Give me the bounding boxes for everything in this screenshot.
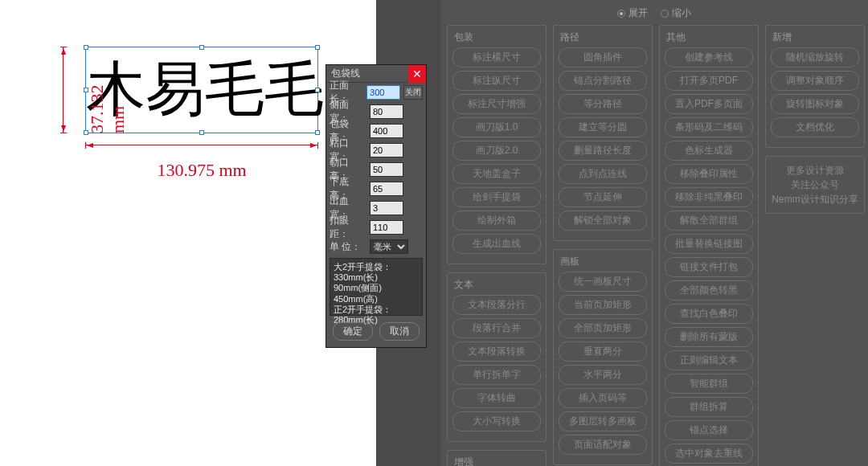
front-length-input[interactable] <box>366 85 400 100</box>
group-enhance: 增强查找专色两者换位选择导出-PSD导出jpg选择导出jpg选择增强随机填色 <box>447 450 547 466</box>
plugin-action-button[interactable]: 调整对象顺序 <box>771 71 859 91</box>
plugin-action-button[interactable]: 标注纵尺寸 <box>452 71 541 91</box>
plugin-panel: 展开 缩小 包装标注横尺寸标注纵尺寸标注尺寸增强画刀版1.0画刀版2.0天地盖盒… <box>440 0 868 466</box>
strap-height-input[interactable] <box>370 162 403 177</box>
plugin-action-button[interactable]: 条形码及二维码 <box>665 117 753 137</box>
plugin-action-button[interactable]: 圆角插件 <box>559 47 647 67</box>
group-path: 路径圆角插件锚点分割路径等分路径建立等分圆删量路径长度点到点连线节点延伸解锁全部… <box>553 25 653 241</box>
plugin-action-button[interactable]: 大小写转换 <box>452 411 541 431</box>
resize-handle[interactable] <box>315 130 320 135</box>
plugin-action-button[interactable]: 文本段落分行 <box>452 295 541 315</box>
expand-radio[interactable]: 展开 <box>617 6 648 20</box>
group-packaging: 包装标注横尺寸标注纵尺寸标注尺寸增强画刀版1.0画刀版2.0天地盖盒子给剑手提袋… <box>447 25 547 264</box>
group-other: 其他创建参考线打开多页PDF置入PDF多页面条形码及二维码色标生成器移除叠印属性… <box>659 25 759 466</box>
plugin-action-button[interactable]: 生成出血线 <box>452 234 541 254</box>
plugin-action-button[interactable]: 创建参考线 <box>665 47 753 67</box>
plugin-action-button[interactable]: 当前页加矩形 <box>559 295 647 315</box>
plugin-action-button[interactable]: 全部颜色转黑 <box>665 280 753 300</box>
plugin-action-button[interactable]: 统一画板尺寸 <box>559 272 647 292</box>
plugin-action-button[interactable]: 删除所有蒙版 <box>665 327 753 347</box>
plugin-action-button[interactable]: 标注尺寸增强 <box>452 94 541 114</box>
plugin-action-button[interactable]: 批量替换链接图 <box>665 234 753 254</box>
plugin-action-button[interactable]: 字体转曲 <box>452 388 541 408</box>
plugin-action-button[interactable]: 段落行合并 <box>452 318 541 338</box>
hole-distance-input[interactable] <box>370 220 403 235</box>
plugin-action-button[interactable]: 文本段落转换 <box>452 341 541 362</box>
plugin-action-button[interactable]: 建立等分圆 <box>559 117 647 137</box>
canvas-area: 木易毛毛 37.132 mm 130.975 mm <box>0 0 376 466</box>
plugin-action-button[interactable]: 页面适配对象 <box>559 435 647 455</box>
plugin-action-button[interactable]: 绘制外箱 <box>452 211 541 231</box>
plugin-action-button[interactable]: 链接文件打包 <box>665 257 753 277</box>
plugin-action-button[interactable]: 天地盖盒子 <box>452 164 541 184</box>
group-text: 文本文本段落分行段落行合并文本段落转换单行拆单字字体转曲大小写转换 <box>447 272 547 442</box>
resize-handle[interactable] <box>199 45 204 50</box>
plugin-action-button[interactable]: 色标生成器 <box>665 141 753 161</box>
field-label: 扣眼距： <box>330 214 366 241</box>
side-width-input[interactable] <box>370 104 403 119</box>
plugin-action-button[interactable]: 打开多页PDF <box>665 71 753 91</box>
panel-col-1: 包装标注横尺寸标注纵尺寸标注尺寸增强画刀版1.0画刀版2.0天地盖盒子给剑手提袋… <box>447 25 547 466</box>
plugin-action-button[interactable]: 删量路径长度 <box>559 141 647 161</box>
resize-handle[interactable] <box>84 45 88 50</box>
dialog-info-box: 大2开手提袋： 330mm(长) 90mm(侧面) 450mm(高) 正2开手提… <box>330 258 423 316</box>
plugin-action-button[interactable]: 旋转图标对象 <box>771 94 859 114</box>
group-title: 包装 <box>452 31 541 44</box>
group-title: 画板 <box>559 255 647 268</box>
plugin-action-button[interactable]: 群组拆算 <box>665 397 753 417</box>
bag-line-dialog: 包袋线 ✕ 正面长： 关闭 侧面宽： 包袋高： 粘口宽： 勒口高： 下底高： 出… <box>326 64 427 348</box>
group-newadd: 新增随机缩放旋转调整对象顺序旋转图标对象文档优化 <box>765 25 865 148</box>
plugin-action-button[interactable]: 锚点选择 <box>665 420 753 440</box>
plugin-action-button[interactable]: 垂直两分 <box>559 341 647 362</box>
plugin-action-button[interactable]: 给剑手提袋 <box>452 187 541 207</box>
plugin-action-button[interactable]: 解散全部群组 <box>665 211 753 231</box>
plugin-action-button[interactable]: 水平两分 <box>559 365 647 385</box>
group-title: 文本 <box>452 278 541 292</box>
group-title: 其他 <box>665 31 753 44</box>
plugin-action-button[interactable]: 插入页码等 <box>559 388 647 408</box>
plugin-action-button[interactable]: 智能群组 <box>665 374 753 394</box>
plugin-action-button[interactable]: 选中对象去重线 <box>665 444 753 464</box>
plugin-action-button[interactable]: 标注横尺寸 <box>452 47 541 67</box>
dimension-horizontal: 130.975 mm <box>85 145 318 181</box>
group-title: 新增 <box>771 31 859 44</box>
plugin-action-button[interactable]: 移除非纯黑叠印 <box>665 187 753 207</box>
plugin-action-button[interactable]: 画刀版2.0 <box>452 141 541 161</box>
bag-height-input[interactable] <box>370 124 403 138</box>
plugin-action-button[interactable]: 画刀版1.0 <box>452 117 541 137</box>
cancel-button[interactable]: 取消 <box>379 322 420 341</box>
close-icon[interactable]: ✕ <box>408 65 426 83</box>
panel-col-3: 其他创建参考线打开多页PDF置入PDF多页面条形码及二维码色标生成器移除叠印属性… <box>659 25 759 466</box>
close-aux-button[interactable]: 关闭 <box>403 85 423 100</box>
group-title: 增强 <box>452 456 541 466</box>
panel-col-2: 路径圆角插件锚点分割路径等分路径建立等分圆删量路径长度点到点连线节点延伸解锁全部… <box>553 25 653 466</box>
bleed-width-input[interactable] <box>370 201 403 215</box>
plugin-action-button[interactable]: 点到点连线 <box>559 164 647 184</box>
plugin-action-button[interactable]: 解锁全部对象 <box>559 211 647 231</box>
plugin-action-button[interactable]: 随机缩放旋转 <box>771 47 859 67</box>
plugin-action-button[interactable]: 单行拆单字 <box>452 365 541 385</box>
plugin-action-button[interactable]: 节点延伸 <box>559 187 647 207</box>
dimension-vertical-label: 37.132 mm <box>87 79 129 133</box>
plugin-action-button[interactable]: 全部页加矩形 <box>559 318 647 338</box>
bottom-height-input[interactable] <box>370 182 403 196</box>
glue-width-input[interactable] <box>370 143 403 157</box>
group-artboard: 画板统一画板尺寸当前页加矩形全部页加矩形垂直两分水平两分插入页码等多图层转多画板… <box>553 249 653 465</box>
plugin-action-button[interactable]: 移除叠印属性 <box>665 164 753 184</box>
plugin-action-button[interactable]: 多图层转多画板 <box>559 411 647 431</box>
resize-handle[interactable] <box>315 45 320 50</box>
plugin-action-button[interactable]: 查找白色叠印 <box>665 304 753 324</box>
resize-handle[interactable] <box>315 88 320 92</box>
plugin-action-button[interactable]: 锚点分割路径 <box>559 71 647 91</box>
unit-select[interactable]: 毫米 <box>370 239 408 254</box>
plugin-action-button[interactable]: 正则编辑文本 <box>665 350 753 370</box>
plugin-action-button[interactable]: 置入PDF多页面 <box>665 94 753 114</box>
plugin-action-button[interactable]: 等分路径 <box>559 94 647 114</box>
dimension-vertical: 37.132 mm <box>63 47 63 133</box>
shrink-radio[interactable]: 缩小 <box>661 6 691 20</box>
ok-button[interactable]: 确定 <box>333 322 373 341</box>
resize-handle[interactable] <box>199 130 204 135</box>
plugin-action-button[interactable]: 文档优化 <box>771 117 859 137</box>
group-title: 路径 <box>559 31 647 44</box>
panel-col-4: 新增随机缩放旋转调整对象顺序旋转图标对象文档优化 更多设计资源 关注公众号 Ne… <box>765 25 865 222</box>
